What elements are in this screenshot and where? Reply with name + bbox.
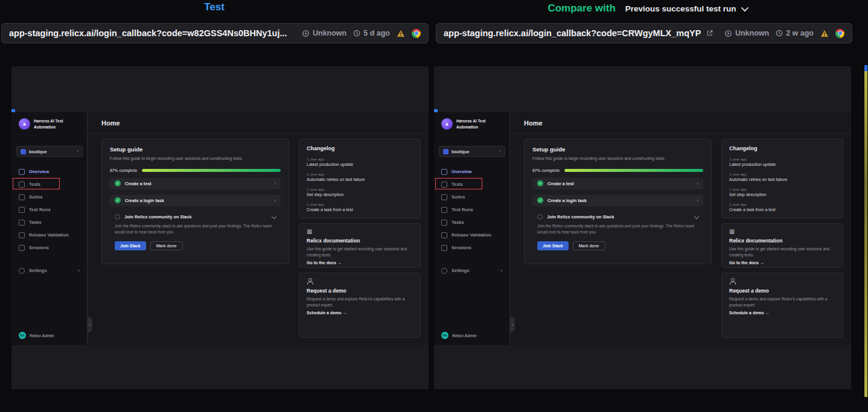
- compare-run-selector-label: Previous successful test run: [625, 4, 736, 13]
- project-icon: [443, 149, 448, 154]
- progress-row: 67% complete: [110, 168, 281, 173]
- external-link-icon[interactable]: [706, 30, 713, 37]
- slack-actions: Join Slack Mark done: [110, 241, 281, 250]
- docs-body: Use this guide to get started recording …: [307, 246, 413, 258]
- sidebar-item-label: Tests: [452, 182, 463, 187]
- progress-bar: [142, 169, 281, 172]
- sessions-icon: [441, 245, 447, 251]
- setup-item-join-slack: Join Relicx community on Slack: [532, 214, 703, 220]
- sidebar-item-settings: Settings ›: [434, 264, 509, 277]
- brand-name: Harness AI Test Automation: [456, 118, 485, 130]
- setup-item-create-test: ✓ Create a test ›: [110, 178, 281, 189]
- changelog-entry: 1 year ago Latest production update: [307, 157, 413, 166]
- overview-icon: [441, 169, 447, 175]
- unchecked-circle-icon: [115, 214, 120, 220]
- chrome-browser-icon: [835, 29, 844, 38]
- compare-pane-header: Compare with Previous successful test ru…: [436, 1, 858, 16]
- docs-title: Relicx documentation: [729, 238, 835, 244]
- sidebar: ▲ Harness AI Test Automation boutique › …: [11, 112, 88, 345]
- page-title: Home: [88, 112, 429, 134]
- sidebar-nav: Overview Tests Suites Test Runs T: [434, 165, 509, 254]
- document-icon: ▦: [307, 229, 413, 235]
- changelog-text: Automatic retries on test failure: [307, 177, 413, 182]
- url-bar-test[interactable]: app-staging.relicx.ai/login_callback?cod…: [1, 23, 429, 43]
- changelog-text: Automatic retries on test failure: [729, 177, 835, 182]
- compare-run-selector[interactable]: Previous successful test run: [625, 4, 747, 13]
- chevron-down-icon: [741, 4, 748, 11]
- changelog-entry: 1 year ago Latest production update: [729, 157, 835, 166]
- brand-name: Harness AI Test Automation: [34, 118, 63, 130]
- chevron-right-icon: ›: [499, 149, 501, 154]
- main-content: Home Setup guide Follow this guide to be…: [88, 112, 429, 345]
- schedule-demo-link: Schedule a demo →: [729, 311, 835, 315]
- location-label: Unknown: [313, 29, 346, 37]
- screenshot-compare[interactable]: ▲ Harness AI Test Automation boutique › …: [434, 66, 851, 389]
- sidebar-item-tests: Tests: [434, 178, 509, 191]
- overview-icon: [19, 169, 25, 175]
- brand-line-2: Automation: [34, 124, 63, 130]
- changelog-time: 1 year ago: [729, 172, 835, 176]
- changelog-text: Create a task from a test: [729, 208, 835, 212]
- user-name: Relicx Admin: [452, 334, 476, 338]
- sidebar-item-label: Suites: [29, 194, 43, 200]
- clock-icon: [776, 30, 783, 37]
- join-slack-button: Join Slack: [115, 241, 146, 250]
- sidebar-item-label: Overview: [452, 169, 471, 174]
- sidebar-item-test-runs: Test Runs: [11, 203, 87, 216]
- setup-guide-title: Setup guide: [110, 146, 281, 153]
- changelog-entry: 1 year ago Create a task from a test: [307, 202, 413, 212]
- changelog-text: Create a task from a test: [307, 208, 413, 212]
- url-text: app-staging.relicx.ai/login_callback?cod…: [444, 28, 701, 38]
- tasks-icon: [19, 220, 25, 226]
- sidebar-item-label: Overview: [29, 169, 49, 174]
- sidebar: ▲ Harness AI Test Automation boutique › …: [434, 112, 510, 345]
- user-name: Relicx Admin: [30, 334, 54, 338]
- sidebar-item-label: Tasks: [29, 220, 42, 225]
- sidebar-item-release-validation: Release Validation: [11, 229, 87, 241]
- sidebar-item-label: Release Validation: [452, 232, 491, 238]
- url-bar-compare[interactable]: app-staging.relicx.ai/login_callback?cod…: [436, 23, 852, 43]
- age-label: 2 w ago: [786, 29, 814, 37]
- url-meta: Unknown 5 d ago: [302, 29, 421, 38]
- sidebar-collapse-handle: ‹: [88, 317, 92, 332]
- chevron-right-icon: ›: [78, 268, 80, 273]
- brand-line-2: Automation: [456, 124, 485, 130]
- sidebar-item-label: Tasks: [452, 220, 464, 225]
- changelog-time: 1 year ago: [307, 187, 413, 191]
- progress-row: 67% complete: [532, 168, 703, 173]
- join-slack-button: Join Slack: [537, 241, 569, 250]
- ruler-yellow-segment: [864, 71, 867, 397]
- brand: ▲ Harness AI Test Automation: [441, 118, 485, 130]
- progress-bar: [564, 169, 703, 172]
- schedule-demo-link: Schedule a demo →: [307, 311, 413, 315]
- changelog-entry: 1 year ago Create a task from a test: [729, 202, 835, 212]
- slack-description: Join the Relicx community slack to ask q…: [110, 223, 281, 235]
- sidebar-collapse-handle: ‹: [510, 317, 515, 332]
- suites-icon: [19, 194, 25, 200]
- go-to-docs-link: Go to the docs →: [729, 261, 835, 265]
- changelog-text: Set step description: [307, 192, 413, 197]
- setup-item-label: Create a login task: [125, 198, 270, 203]
- setup-guide-card: Setup guide Follow this guide to begin r…: [101, 139, 289, 264]
- request-demo-card: Request a demo Request a demo and explor…: [721, 273, 843, 338]
- screenshot-test[interactable]: ▲ Harness AI Test Automation boutique › …: [11, 66, 429, 389]
- slack-actions: Join Slack Mark done: [532, 241, 703, 250]
- progress-label: 67% complete: [110, 168, 137, 173]
- chrome-browser-icon: [412, 29, 421, 38]
- brand-line-1: Harness AI Test: [34, 118, 63, 124]
- setup-item-label: Create a login task: [547, 198, 692, 203]
- changelog-card: Changelog 1 year ago Latest production u…: [721, 139, 843, 218]
- project-selector: boutique ›: [16, 146, 83, 157]
- changelog-text: Latest production update: [729, 162, 835, 166]
- sidebar-item-label: Suites: [452, 194, 465, 200]
- sidebar-item-tests: Tests: [11, 178, 87, 191]
- setup-item-label: Join Relicx community on Slack: [547, 214, 691, 220]
- age-label: 5 d ago: [363, 29, 390, 37]
- changelog-title: Changelog: [729, 145, 835, 151]
- changelog-entry: 1 year ago Set step description: [729, 187, 835, 197]
- person-icon: [307, 278, 313, 285]
- docs-title: Relicx documentation: [307, 238, 413, 244]
- changelog-entry: 1 year ago Set step description: [307, 187, 413, 197]
- setup-item-join-slack: Join Relicx community on Slack: [110, 214, 281, 220]
- overview-ruler[interactable]: [864, 65, 867, 397]
